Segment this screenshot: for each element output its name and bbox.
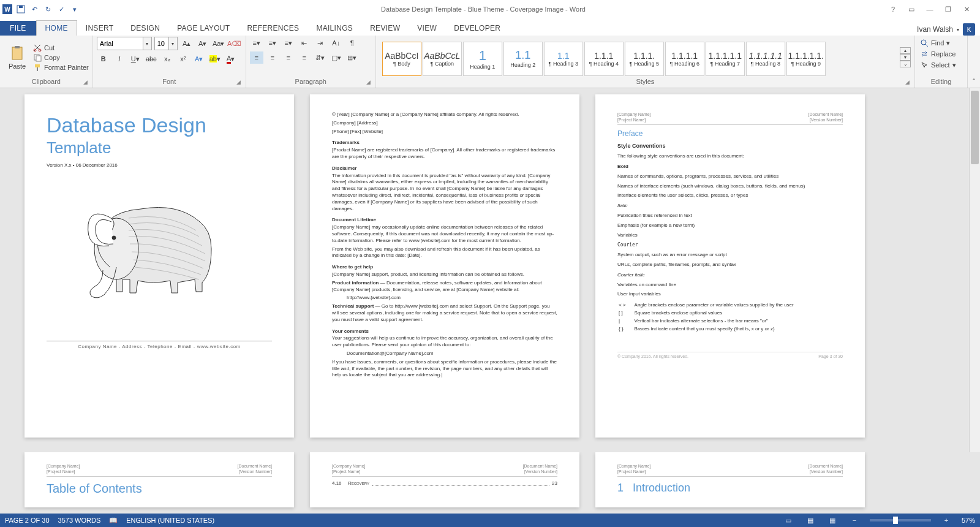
zoom-in-icon[interactable]: + (940, 517, 953, 524)
group-clipboard: Paste Cut Copy Format Painter Clipboard◢ (0, 36, 93, 88)
font-color-icon[interactable]: A▾ (224, 53, 238, 65)
style-item[interactable]: AaBbCcL¶ Caption (423, 42, 462, 76)
font-name-input[interactable] (97, 37, 143, 50)
restore-icon[interactable]: ❐ (942, 6, 954, 13)
tab-references[interactable]: REFERENCES (238, 21, 307, 36)
strikethrough-icon[interactable]: abc (145, 53, 158, 65)
svg-rect-11 (37, 67, 38, 71)
undo-icon[interactable]: ↶ (29, 4, 39, 14)
minimize-icon[interactable]: — (924, 6, 936, 13)
style-item[interactable]: 1.1.1.1.1¶ Heading 8 (746, 42, 785, 76)
style-item[interactable]: 1.1¶ Heading 3 (544, 42, 583, 76)
status-language[interactable]: ENGLISH (UNITED STATES) (126, 517, 214, 524)
align-center-icon[interactable]: ≡ (266, 51, 279, 64)
shading-icon[interactable]: ▢▾ (330, 51, 343, 64)
style-item[interactable]: 1.1.1.1.1.¶ Heading 9 (786, 42, 826, 76)
clear-formatting-icon[interactable]: A⌫ (228, 37, 241, 50)
spellcheck-icon[interactable]: ✓ (56, 4, 66, 14)
style-gallery: AaBbCcI¶ BodyAaBbCcL¶ Caption1Heading 11… (380, 39, 897, 76)
svg-rect-5 (15, 46, 20, 48)
document-area-row2: [Company Name][Project Name][Document Na… (0, 452, 980, 514)
format-painter-button[interactable]: Format Painter (33, 63, 89, 72)
save-icon[interactable] (16, 4, 26, 14)
decrease-indent-icon[interactable]: ⇤ (298, 37, 311, 49)
show-marks-icon[interactable]: ¶ (345, 37, 359, 49)
text-effects-icon[interactable]: A▾ (192, 53, 206, 65)
group-font: ▾ ▾ A▴ A▾ Aa▾ A⌫ B I U▾ abc x₂ x² A▾ ab▾… (93, 36, 246, 88)
borders-icon[interactable]: ⊞▾ (345, 51, 359, 64)
status-words[interactable]: 3573 WORDS (58, 517, 101, 524)
customize-qat-icon[interactable]: ▾ (70, 4, 80, 14)
styles-dialog-launcher[interactable]: ◢ (905, 79, 910, 85)
shrink-font-icon[interactable]: A▾ (196, 37, 209, 50)
bold-icon[interactable]: B (97, 53, 110, 65)
style-item[interactable]: 1.1.1.1.1¶ Heading 7 (706, 42, 745, 76)
style-item[interactable]: AaBbCcI¶ Body (382, 42, 421, 76)
scrollbar-thumb[interactable] (971, 91, 979, 164)
tab-mailings[interactable]: MAILINGS (307, 21, 361, 36)
close-icon[interactable]: ✕ (960, 6, 973, 13)
change-case-icon[interactable]: Aa▾ (212, 37, 225, 50)
align-right-icon[interactable]: ≡ (282, 51, 295, 64)
font-size-dropdown[interactable]: ▾ (169, 37, 178, 50)
zoom-level[interactable]: 57% (962, 517, 975, 524)
highlight-icon[interactable]: ab▾ (208, 53, 222, 65)
tab-file[interactable]: FILE (0, 21, 36, 36)
cut-button[interactable]: Cut (33, 44, 89, 52)
proofing-icon[interactable]: 📖 (109, 517, 118, 525)
find-button[interactable]: Find ▾ (919, 38, 951, 48)
tab-insert[interactable]: INSERT (77, 21, 123, 36)
tab-design[interactable]: DESIGN (122, 21, 168, 36)
copy-button[interactable]: Copy (33, 53, 89, 62)
redo-icon[interactable]: ↻ (43, 4, 53, 14)
read-mode-icon[interactable]: ▭ (782, 517, 795, 525)
sort-icon[interactable]: A↓ (330, 37, 343, 49)
tab-home[interactable]: HOME (36, 20, 77, 36)
clipboard-dialog-launcher[interactable]: ◢ (83, 79, 88, 85)
paste-button[interactable]: Paste (4, 45, 31, 70)
toc-heading: Table of Contents (47, 480, 272, 497)
font-dialog-launcher[interactable]: ◢ (236, 79, 241, 85)
font-size-input[interactable] (154, 37, 169, 50)
superscript-icon[interactable]: x² (176, 53, 190, 65)
ribbon-display-icon[interactable]: ▭ (905, 6, 918, 13)
document-area[interactable]: Database Design Template Version X.x • 0… (0, 88, 980, 452)
zoom-slider[interactable] (870, 519, 931, 521)
styles-scroll-up[interactable]: ▴ (900, 47, 911, 54)
bullets-icon[interactable]: ≡▾ (250, 37, 263, 49)
increase-indent-icon[interactable]: ⇥ (314, 37, 327, 49)
style-item[interactable]: 1.1.1¶ Heading 4 (584, 42, 624, 76)
tab-view[interactable]: VIEW (409, 21, 445, 36)
style-item[interactable]: 1.1.1.¶ Heading 5 (625, 42, 664, 76)
tab-developer[interactable]: DEVELOPER (445, 21, 509, 36)
collapse-ribbon-icon[interactable]: ˆ (968, 36, 980, 88)
cover-footer: Company Name - Address - Telephone - Ema… (47, 341, 272, 351)
line-spacing-icon[interactable]: ⇵▾ (314, 51, 327, 64)
subscript-icon[interactable]: x₂ (160, 53, 174, 65)
italic-icon[interactable]: I (113, 53, 126, 65)
align-left-icon[interactable]: ≡ (250, 51, 263, 64)
paragraph-dialog-launcher[interactable]: ◢ (366, 79, 371, 85)
styles-scroll-down[interactable]: ▾ (900, 54, 911, 61)
select-button[interactable]: Select ▾ (919, 60, 957, 70)
tab-review[interactable]: REVIEW (361, 21, 409, 36)
print-layout-icon[interactable]: ▤ (804, 517, 817, 525)
font-name-dropdown[interactable]: ▾ (143, 37, 152, 50)
justify-icon[interactable]: ≡ (298, 51, 311, 64)
styles-expand[interactable]: ⌄ (900, 61, 911, 67)
style-item[interactable]: 1.1Heading 2 (503, 42, 543, 76)
style-item[interactable]: 1Heading 1 (463, 42, 502, 76)
zoom-out-icon[interactable]: − (848, 517, 861, 524)
help-icon[interactable]: ? (887, 6, 899, 13)
underline-icon[interactable]: U▾ (129, 53, 142, 65)
multilevel-list-icon[interactable]: ≡▾ (282, 37, 295, 49)
user-menu[interactable]: Ivan Walsh▾ K (912, 23, 980, 36)
numbering-icon[interactable]: ≡▾ (266, 37, 279, 49)
status-page[interactable]: PAGE 2 OF 30 (5, 517, 50, 524)
tab-page-layout[interactable]: PAGE LAYOUT (168, 21, 238, 36)
style-item[interactable]: 1.1.1.1¶ Heading 6 (665, 42, 704, 76)
grow-font-icon[interactable]: A▴ (180, 37, 194, 50)
vertical-scrollbar[interactable] (969, 88, 980, 452)
web-layout-icon[interactable]: ▦ (826, 517, 839, 525)
replace-button[interactable]: Replace (919, 49, 957, 59)
